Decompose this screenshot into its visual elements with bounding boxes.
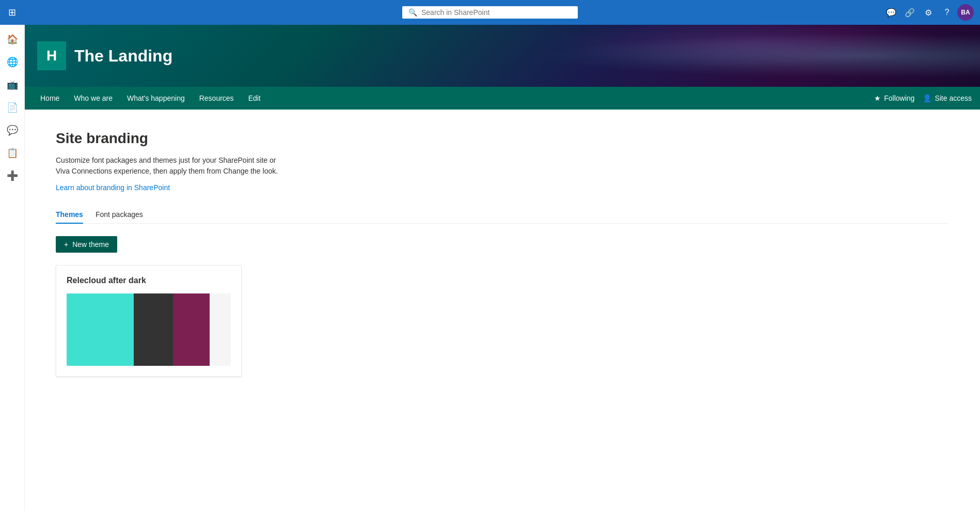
left-sidebar: 🏠 🌐 📺 📄 💬 📋 ➕ bbox=[0, 25, 25, 511]
site-access-button[interactable]: 👤 Site access bbox=[923, 94, 972, 102]
site-header: H The Landing bbox=[25, 25, 980, 87]
nav-who-we-are[interactable]: Who we are bbox=[67, 87, 120, 110]
learn-link[interactable]: Learn about branding in SharePoint bbox=[56, 183, 170, 192]
page-description: Customize font packages and themes just … bbox=[56, 155, 283, 177]
nav-home[interactable]: Home bbox=[33, 87, 67, 110]
person-icon: 👤 bbox=[923, 94, 931, 102]
help-icon[interactable]: ? bbox=[939, 4, 955, 21]
new-theme-label: New theme bbox=[72, 240, 109, 249]
top-bar: ⊞ 🔍 💬 🔗 ⚙ ? BA bbox=[0, 0, 980, 25]
content-area: H The Landing Home Who we are What's hap… bbox=[25, 25, 980, 511]
sidebar-chat-icon[interactable]: 💬 bbox=[2, 120, 23, 141]
network-icon[interactable]: 🔗 bbox=[902, 4, 918, 21]
nav-edit[interactable]: Edit bbox=[241, 87, 268, 110]
following-button[interactable]: ★ Following bbox=[874, 94, 914, 102]
chat-icon[interactable]: 💬 bbox=[883, 4, 899, 21]
site-title: The Landing bbox=[74, 47, 172, 66]
sidebar-home-icon[interactable]: 🏠 bbox=[2, 29, 23, 50]
page-content: Site branding Customize font packages an… bbox=[25, 110, 980, 511]
swatch-cyan bbox=[67, 293, 134, 366]
plus-icon: + bbox=[64, 240, 68, 249]
main-layout: 🏠 🌐 📺 📄 💬 📋 ➕ H The Landing Home Who we … bbox=[0, 25, 980, 511]
sidebar-doc-icon[interactable]: 📄 bbox=[2, 97, 23, 118]
nav-links: Home Who we are What's happening Resourc… bbox=[33, 87, 874, 110]
following-label: Following bbox=[884, 94, 914, 102]
waffle-icon[interactable]: ⊞ bbox=[6, 5, 18, 20]
swatch-dark bbox=[134, 293, 173, 366]
swatch-purple bbox=[173, 293, 210, 366]
sidebar-board-icon[interactable]: 📋 bbox=[2, 143, 23, 163]
nav-right: ★ Following 👤 Site access bbox=[874, 94, 972, 102]
theme-card[interactable]: Relecloud after dark bbox=[56, 265, 242, 377]
sidebar-add-icon[interactable]: ➕ bbox=[2, 165, 23, 186]
new-theme-button[interactable]: + New theme bbox=[56, 236, 117, 253]
sidebar-globe-icon[interactable]: 🌐 bbox=[2, 52, 23, 72]
theme-card-name: Relecloud after dark bbox=[67, 276, 231, 285]
search-icon: 🔍 bbox=[408, 8, 417, 17]
top-bar-right: 💬 🔗 ⚙ ? BA bbox=[883, 4, 974, 21]
avatar[interactable]: BA bbox=[957, 4, 974, 21]
theme-swatches bbox=[67, 293, 231, 366]
site-logo: H bbox=[37, 41, 66, 70]
site-access-label: Site access bbox=[935, 94, 972, 102]
tabs: Themes Font packages bbox=[56, 206, 949, 224]
swatch-white bbox=[210, 293, 231, 366]
search-input[interactable] bbox=[421, 8, 572, 17]
nav-whats-happening[interactable]: What's happening bbox=[120, 87, 192, 110]
nav-bar: Home Who we are What's happening Resourc… bbox=[25, 87, 980, 110]
search-box[interactable]: 🔍 bbox=[402, 6, 578, 19]
page-title: Site branding bbox=[56, 130, 949, 147]
tab-font-packages[interactable]: Font packages bbox=[96, 206, 143, 224]
tab-themes[interactable]: Themes bbox=[56, 206, 83, 224]
star-icon: ★ bbox=[874, 94, 881, 102]
nav-resources[interactable]: Resources bbox=[192, 87, 241, 110]
settings-icon[interactable]: ⚙ bbox=[920, 4, 937, 21]
sidebar-tv-icon[interactable]: 📺 bbox=[2, 74, 23, 95]
top-bar-left: ⊞ bbox=[6, 5, 18, 20]
